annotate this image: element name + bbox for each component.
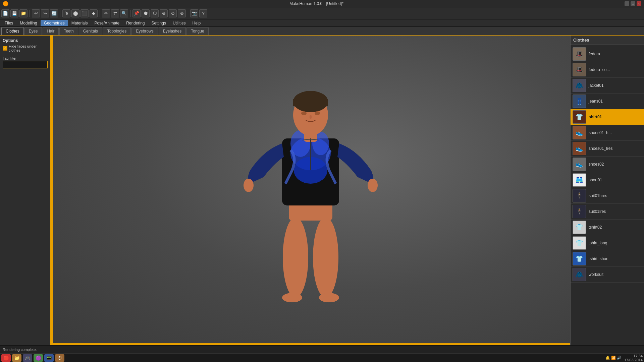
left-splitter[interactable] xyxy=(51,36,53,345)
taskbar-terminal[interactable]: 📟 xyxy=(44,354,54,362)
hide-faces-checkbox[interactable]: ✓ xyxy=(3,46,7,51)
toolbar-mouse[interactable]: 🖱 xyxy=(62,9,70,17)
toolbar-square[interactable]: ⬛ xyxy=(80,9,89,17)
toolbar-save[interactable]: 💾 xyxy=(10,9,18,17)
taskbar-clock[interactable]: ⏱ xyxy=(55,354,64,362)
bottom-splitter[interactable] xyxy=(51,343,570,345)
menu-settings[interactable]: Settings xyxy=(148,20,169,26)
clothes-item-fedora_co[interactable]: 🎩fedora_co... xyxy=(571,62,644,78)
menu-materials[interactable]: Materials xyxy=(68,20,91,26)
status-text: Rendering complete. xyxy=(3,348,37,352)
right-panel: Clothes 🎩fedora🎩fedora_co...🧥jacket01👖je… xyxy=(570,36,644,345)
toolbar-open[interactable]: 📁 xyxy=(19,9,28,17)
window-title: MakeHuman 1.0.0 - [Untitled]* xyxy=(8,1,625,6)
taskbar-date-value: 17/03/2014 xyxy=(624,358,643,362)
toolbar-sep2 xyxy=(60,10,60,17)
toolbar-reset[interactable]: 🔄 xyxy=(50,9,58,17)
taskbar-steam[interactable]: 🎮 xyxy=(23,354,32,362)
clothes-name-tshirt_long: tshirt_long xyxy=(589,241,607,245)
toolbar-shape2[interactable]: ⬡ xyxy=(151,9,159,17)
clothes-name-suit01lres: suit01lres xyxy=(589,209,606,214)
clothes-item-tshirt_short[interactable]: 👕tshirt_short xyxy=(571,251,644,267)
toolbar-undo[interactable]: ↩ xyxy=(32,9,40,17)
clothes-name-tshirt02: tshirt02 xyxy=(589,225,602,230)
clothes-item-tshirt_long[interactable]: 👕tshirt_long xyxy=(571,235,644,251)
clothes-thumb-fedora: 🎩 xyxy=(573,47,586,61)
toolbar-pin[interactable]: 📌 xyxy=(132,9,141,17)
clothes-thumb-tshirt_short: 👕 xyxy=(573,252,586,265)
clothes-item-suit01hres[interactable]: 🕴suit01hres xyxy=(571,188,644,204)
toolbar-target[interactable]: ⊙ xyxy=(169,9,177,17)
toolbar-diamond[interactable]: ◆ xyxy=(90,9,98,17)
toolbar-remove[interactable]: ⊗ xyxy=(178,9,186,17)
toolbar-new[interactable]: 📄 xyxy=(1,9,9,17)
taskbar-chrome[interactable]: 🔴 xyxy=(1,354,11,362)
clothes-thumb-suit01lres: 🕴 xyxy=(573,205,586,218)
clothes-thumb-tshirt02: 👕 xyxy=(573,221,586,234)
toolbar-search[interactable]: 🔍 xyxy=(120,9,128,17)
clothes-list: 🎩fedora🎩fedora_co...🧥jacket01👖jeans01👕sh… xyxy=(571,45,644,345)
toolbar-redo[interactable]: ↪ xyxy=(41,9,49,17)
clothes-item-shoes01_h[interactable]: 👟shoes01_h... xyxy=(571,125,644,141)
clothes-name-shoes01_lres: shoes01_lres xyxy=(589,146,612,151)
toolbar-pencil[interactable]: ✏ xyxy=(102,9,110,17)
tab-eyebrows[interactable]: Eyebrows xyxy=(131,27,158,35)
clothes-item-shoes01_lres[interactable]: 👟shoes01_lres xyxy=(571,141,644,157)
clothes-item-tshirt02[interactable]: 👕tshirt02 xyxy=(571,220,644,235)
toolbar-shuffle[interactable]: ⇄ xyxy=(111,9,119,17)
tab-hair[interactable]: Hair xyxy=(43,27,59,35)
svg-point-1 xyxy=(313,217,338,298)
minimize-button[interactable]: ─ xyxy=(625,1,629,6)
tab-topologies[interactable]: Topologies xyxy=(103,27,131,35)
menu-utilities[interactable]: Utilities xyxy=(169,20,189,26)
tab-teeth[interactable]: Teeth xyxy=(59,27,78,35)
figure-container xyxy=(51,36,570,345)
menu-help[interactable]: Help xyxy=(189,20,204,26)
clothes-name-worksuit: worksuit xyxy=(589,272,603,277)
toolbar-camera[interactable]: 📷 xyxy=(190,9,198,17)
menu-modelling[interactable]: Modelling xyxy=(16,20,40,26)
tab-tongue[interactable]: Tongue xyxy=(186,27,208,35)
toolbar-help[interactable]: ? xyxy=(199,9,207,17)
clothes-name-jeans01: jeans01 xyxy=(589,99,603,104)
clothes-item-worksuit[interactable]: 🧥worksuit xyxy=(571,267,644,283)
toolbar-sep4 xyxy=(130,10,130,17)
clothes-name-shoes01_h: shoes01_h... xyxy=(589,130,612,135)
clothes-item-fedora[interactable]: 🎩fedora xyxy=(571,46,644,62)
taskbar-files[interactable]: 📁 xyxy=(12,354,21,362)
hide-faces-label: Hide faces under clothes xyxy=(9,44,48,52)
maximize-button[interactable]: □ xyxy=(631,1,635,6)
clothes-item-suit01lres[interactable]: 🕴suit01lres xyxy=(571,204,644,220)
taskbar-icons: 🔔 📶 🔊 xyxy=(605,356,622,360)
clothes-name-fedora: fedora xyxy=(589,52,600,56)
menubar: Files Modelling Geometries Materials Pos… xyxy=(0,19,644,27)
tabbar: Clothes Eyes Hair Teeth Genitals Topolog… xyxy=(0,27,644,36)
hide-faces-row[interactable]: ✓ Hide faces under clothes xyxy=(3,44,48,52)
taskbar-mh[interactable]: 🟣 xyxy=(34,354,43,362)
clothes-item-jeans01[interactable]: 👖jeans01 xyxy=(571,94,644,109)
clothes-item-jacket01[interactable]: 🧥jacket01 xyxy=(571,78,644,94)
toolbar-add[interactable]: ⊕ xyxy=(160,9,168,17)
tab-genitals[interactable]: Genitals xyxy=(79,27,102,35)
clothes-thumb-tshirt_long: 👕 xyxy=(573,236,586,250)
menu-pose-animate[interactable]: Pose/Animate xyxy=(91,20,123,26)
toolbar-sphere[interactable]: ⬤ xyxy=(71,9,79,17)
left-panel: Options ✓ Hide faces under clothes Tag f… xyxy=(0,36,51,345)
tab-clothes[interactable]: Clothes xyxy=(1,27,24,35)
menu-rendering[interactable]: Rendering xyxy=(123,20,148,26)
tab-eyes[interactable]: Eyes xyxy=(24,27,42,35)
toolbar-shape1[interactable]: ⬟ xyxy=(142,9,150,17)
clothes-item-shoes02[interactable]: 👟shoes02 xyxy=(571,157,644,172)
close-button[interactable]: ✕ xyxy=(637,1,641,6)
svg-rect-15 xyxy=(293,99,328,106)
tag-filter-input[interactable] xyxy=(3,61,48,68)
taskbar-apps: 🔴 📁 🎮 🟣 📟 ⏱ xyxy=(1,354,64,362)
svg-point-16 xyxy=(301,111,307,115)
tab-eyelashes[interactable]: Eyelashes xyxy=(159,27,186,35)
menu-files[interactable]: Files xyxy=(1,20,16,26)
clothes-thumb-suit01hres: 🕴 xyxy=(573,189,586,202)
menu-geometries[interactable]: Geometries xyxy=(41,20,68,26)
viewport[interactable] xyxy=(51,36,570,345)
clothes-item-short01[interactable]: 🩳short01 xyxy=(571,172,644,188)
clothes-item-shirt01[interactable]: 👕shirt01 xyxy=(571,109,644,125)
